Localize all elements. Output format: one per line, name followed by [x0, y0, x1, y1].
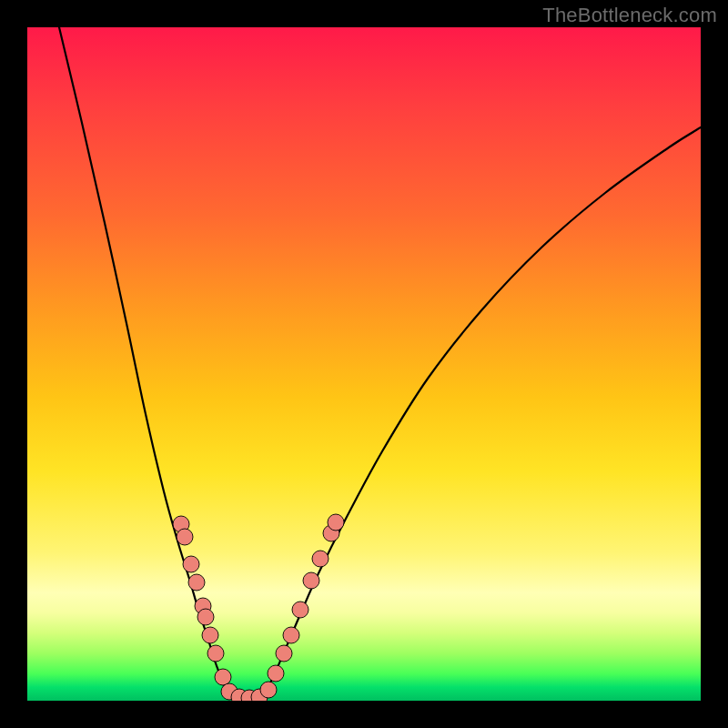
- data-marker: [207, 645, 224, 662]
- data-marker: [202, 627, 218, 643]
- chart-frame: TheBottleneck.com: [0, 0, 728, 728]
- data-marker: [177, 529, 193, 545]
- data-marker: [303, 572, 319, 589]
- data-marker: [197, 609, 214, 625]
- data-marker: [260, 682, 277, 698]
- data-marker: [328, 514, 344, 531]
- markers-group: [173, 514, 344, 701]
- watermark-text: TheBottleneck.com: [542, 4, 717, 27]
- data-marker: [268, 665, 284, 682]
- data-marker: [276, 645, 292, 662]
- data-marker: [292, 602, 308, 618]
- plot-area: [27, 27, 701, 701]
- data-marker: [312, 551, 329, 567]
- curve-path: [59, 27, 701, 699]
- bottleneck-curve: [27, 27, 701, 701]
- data-marker: [183, 556, 199, 572]
- data-marker: [188, 574, 205, 591]
- data-marker: [215, 669, 231, 685]
- data-marker: [283, 627, 299, 643]
